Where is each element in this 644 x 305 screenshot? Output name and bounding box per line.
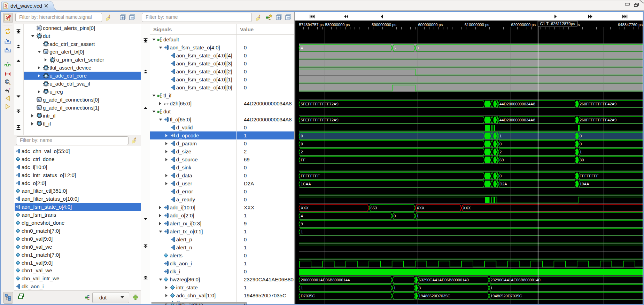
svg-text:M: M [45, 90, 47, 93]
svg-text:D2A: D2A [499, 182, 507, 186]
svg-text:4: 4 [301, 46, 303, 50]
svg-text:0: 0 [499, 174, 502, 178]
svg-text:1: 1 [490, 286, 492, 290]
svg-text:2: 2 [499, 150, 502, 154]
svg-text:5: 5 [394, 46, 396, 50]
svg-text:3: 3 [419, 286, 421, 290]
svg-text:M: M [38, 122, 40, 125]
svg-text:t: t [9, 87, 10, 91]
svg-text:9: 9 [301, 222, 303, 226]
svg-text:#: # [7, 61, 9, 64]
svg-text:580000000 ps: 580000000 ps [325, 23, 350, 27]
svg-text:200000001AE06B80000144: 200000001AE06B80000144 [301, 278, 350, 282]
svg-text:260FFFFFFFFF42A9: 260FFFFFFFFF42A9 [580, 118, 616, 122]
svg-text:1: 1 [580, 150, 582, 154]
svg-text:610000000 ps: 610000000 ps [465, 23, 489, 27]
svg-text:M: M [52, 58, 54, 62]
svg-text:1: 1 [394, 286, 396, 290]
svg-text:FFFFFFFF: FFFFFFFF [580, 174, 599, 178]
svg-text:44D20000000034A8: 44D20000000034A8 [499, 102, 535, 106]
svg-text:0: 0 [417, 46, 419, 50]
svg-text:1CAA: 1CAA [301, 182, 311, 186]
svg-text:574394757 ps: 574394757 ps [299, 23, 324, 27]
svg-text:590000000 ps: 590000000 ps [372, 23, 396, 27]
svg-text:44D20000000034A8: 44D20000000034A8 [499, 118, 535, 122]
svg-text:4: 4 [301, 214, 303, 218]
svg-text:648847760 ps: 648847760 ps [618, 23, 643, 27]
svg-text:1: 1 [301, 230, 303, 234]
svg-text:653: 653 [371, 206, 377, 210]
svg-text:600000000 ps: 600000000 ps [418, 23, 443, 27]
svg-text:0: 0 [394, 214, 396, 218]
svg-text:XXX: XXX [301, 206, 309, 210]
svg-text:s: s [578, 23, 580, 27]
svg-text:M: M [45, 66, 47, 69]
svg-text:M: M [38, 114, 40, 117]
svg-text:1: 1 [301, 286, 303, 290]
svg-text:69: 69 [499, 158, 504, 162]
svg-text:19486520D7035C: 19486520D7035C [419, 294, 450, 298]
svg-text:620000000 ps: 620000000 ps [511, 23, 536, 27]
svg-text:5FEFFFFFFFFF72A9: 5FEFFFFFFFFF72A9 [301, 118, 339, 122]
svg-text:G: G [38, 98, 40, 101]
svg-text:C1 T=626112870ps: C1 T=626112870ps [540, 22, 575, 26]
svg-text:FF: FF [301, 158, 306, 162]
svg-text:XXX: XXX [417, 206, 425, 210]
svg-text:63290CA41AE06B80000140: 63290CA41AE06B80000140 [419, 278, 469, 282]
svg-text:0: 0 [580, 134, 582, 138]
svg-text:0: 0 [301, 134, 303, 138]
svg-text:0: 0 [301, 142, 303, 146]
svg-text:1: 1 [417, 214, 419, 218]
svg-text:19486520D7035C: 19486520D7035C [490, 294, 522, 298]
svg-text:2: 2 [301, 150, 303, 154]
svg-text:M: M [38, 34, 40, 38]
svg-text:G: G [45, 50, 47, 54]
svg-text:0: 0 [499, 142, 502, 146]
svg-text:10AA: 10AA [580, 182, 589, 186]
svg-text:1: 1 [499, 134, 502, 138]
svg-text:M: M [45, 74, 47, 77]
svg-text:23290CA41AE06B80000140: 23290CA41AE06B80000140 [490, 278, 541, 282]
svg-text:FFFFFFFF: FFFFFFFF [301, 174, 320, 178]
svg-text:G: G [38, 106, 40, 109]
svg-text:0: 0 [580, 142, 582, 146]
svg-text:5FEFFFFFFFFF72A9: 5FEFFFFFFFFF72A9 [301, 102, 339, 106]
svg-text:XXX: XXX [463, 206, 471, 210]
svg-text:260FFFFFFFFF42A9: 260FFFFFFFFF42A9 [580, 102, 616, 106]
svg-text:M: M [45, 82, 47, 85]
svg-text:G: G [38, 26, 40, 30]
svg-text:30: 30 [580, 158, 584, 162]
svg-text:M: M [45, 42, 47, 46]
svg-text:D7035C: D7035C [301, 294, 315, 298]
